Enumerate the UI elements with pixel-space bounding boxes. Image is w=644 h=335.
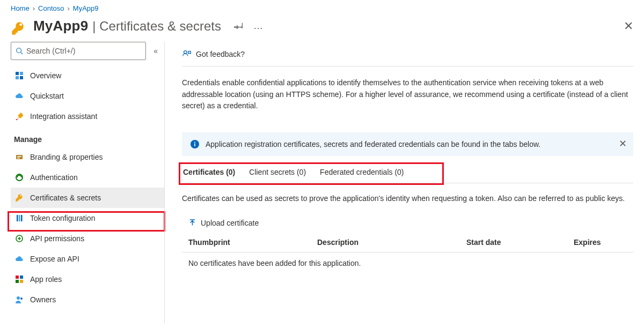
svg-point-18: [17, 296, 20, 300]
app-roles-icon: [15, 275, 24, 284]
credentials-description: Credentials enable confidential applicat…: [182, 77, 633, 112]
svg-rect-22: [194, 144, 195, 147]
owners-icon: [15, 295, 24, 304]
th-expires: Expires: [574, 238, 601, 247]
svg-point-23: [194, 142, 195, 143]
svg-rect-2: [16, 72, 19, 75]
svg-rect-4: [16, 76, 19, 79]
tab-client-secrets[interactable]: Client secrets (0): [249, 168, 306, 176]
collapse-sidebar-icon[interactable]: «: [150, 43, 161, 58]
breadcrumb-contoso[interactable]: Contoso: [38, 4, 64, 12]
sidebar: Search (Ctrl+/) « Overview Quickstart In…: [0, 42, 164, 323]
content: Got feedback? Credentials enable confide…: [164, 42, 644, 323]
table-header: Thumbprint Description Start date Expire…: [182, 236, 633, 252]
cloud-api-icon: [15, 255, 24, 263]
upload-icon: [188, 219, 196, 227]
tabs-strip: Certificates (0) Client secrets (0) Fede…: [182, 168, 633, 183]
svg-point-19: [20, 297, 23, 300]
svg-point-0: [17, 48, 21, 53]
search-input[interactable]: Search (Ctrl+/): [11, 42, 146, 60]
svg-rect-12: [21, 215, 23, 221]
th-thumbprint: Thumbprint: [188, 238, 312, 247]
svg-rect-16: [16, 280, 19, 283]
nav-section-manage: Manage: [11, 126, 164, 147]
token-icon: [15, 214, 24, 222]
page-subtitle: | Certificates & secrets: [92, 19, 221, 34]
close-icon[interactable]: ✕: [624, 19, 633, 33]
svg-rect-5: [20, 76, 23, 79]
svg-rect-7: [17, 156, 21, 157]
svg-rect-14: [16, 276, 19, 279]
svg-point-20: [184, 50, 187, 53]
sidebar-item-api-permissions[interactable]: API permissions: [11, 228, 164, 249]
sidebar-item-overview[interactable]: Overview: [11, 65, 164, 86]
feedback-icon: [182, 49, 192, 59]
sidebar-item-quickstart[interactable]: Quickstart: [11, 86, 164, 106]
tab-federated[interactable]: Federated credentials (0): [320, 168, 404, 176]
tab-certificates[interactable]: Certificates (0): [183, 168, 235, 176]
svg-rect-17: [20, 280, 23, 283]
sidebar-item-expose-api[interactable]: Expose an API: [11, 249, 164, 269]
svg-rect-10: [17, 215, 18, 221]
tag-icon: [15, 153, 24, 161]
key-icon: [15, 193, 24, 202]
svg-rect-11: [19, 215, 20, 221]
sidebar-item-integration[interactable]: Integration assistant: [11, 106, 164, 126]
svg-line-1: [21, 53, 23, 55]
sidebar-item-owners[interactable]: Owners: [11, 289, 164, 310]
svg-rect-3: [20, 72, 23, 75]
grid-icon: [15, 71, 24, 80]
breadcrumb-home[interactable]: Home: [11, 4, 30, 12]
page-header: MyApp9 | Certificates & secrets … ✕: [0, 14, 644, 42]
svg-rect-8: [17, 158, 20, 159]
chevron-right-icon: ›: [33, 4, 35, 12]
breadcrumb-app[interactable]: MyApp9: [73, 4, 99, 12]
feedback-button[interactable]: Got feedback?: [182, 42, 633, 66]
svg-rect-15: [20, 276, 23, 279]
info-icon: [191, 140, 199, 150]
table-empty-message: No certificates have been added for this…: [182, 252, 633, 267]
search-placeholder: Search (Ctrl+/): [26, 47, 75, 55]
sidebar-item-branding[interactable]: Branding & properties: [11, 147, 164, 167]
upload-certificate-button[interactable]: Upload certificate: [188, 219, 259, 227]
svg-rect-6: [16, 155, 23, 159]
search-icon: [16, 47, 23, 55]
th-description: Description: [317, 238, 461, 247]
breadcrumb: Home › Contoso › MyApp9: [0, 0, 644, 14]
chevron-right-icon: ›: [67, 4, 69, 12]
dismiss-banner-icon[interactable]: ✕: [619, 138, 627, 150]
sidebar-item-token[interactable]: Token configuration: [11, 208, 164, 228]
sidebar-item-app-roles[interactable]: App roles: [11, 269, 164, 289]
api-perm-icon: [15, 234, 24, 243]
rocket-icon: [15, 112, 24, 121]
pin-icon[interactable]: [234, 21, 244, 31]
certificates-description: Certificates can be used as secrets to p…: [182, 193, 633, 205]
more-icon[interactable]: …: [253, 20, 264, 32]
th-start-date: Start date: [466, 238, 568, 247]
info-banner-text: Application registration certificates, s…: [206, 140, 540, 148]
auth-icon: [15, 173, 24, 182]
key-icon: [11, 21, 26, 36]
sidebar-item-authentication[interactable]: Authentication: [11, 167, 164, 188]
page-title: MyApp9: [33, 18, 88, 34]
info-banner: Application registration certificates, s…: [182, 132, 633, 156]
sidebar-item-certificates[interactable]: Certificates & secrets: [11, 188, 164, 208]
cloud-icon: [15, 92, 24, 100]
